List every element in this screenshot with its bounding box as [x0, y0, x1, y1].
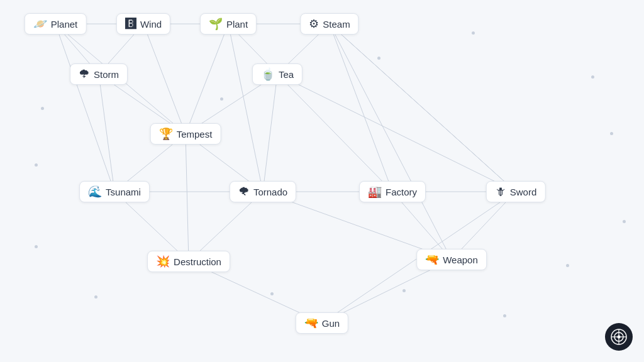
decoration-dot	[566, 264, 569, 267]
storm-label: Storm	[94, 69, 119, 80]
decoration-dot	[41, 107, 44, 110]
planet-icon: 🪐	[33, 18, 47, 30]
decoration-dot	[377, 57, 380, 60]
decoration-dot	[472, 31, 475, 35]
node-weapon[interactable]: 🔫Weapon	[416, 249, 487, 270]
svg-line-19	[186, 134, 189, 261]
steam-label: Steam	[323, 19, 350, 30]
wind-icon: 🅱	[125, 18, 136, 30]
tea-icon: 🍵	[261, 69, 275, 80]
node-gun[interactable]: 🔫Gun	[296, 312, 348, 334]
planet-label: Planet	[51, 19, 78, 30]
decoration-dot	[591, 75, 594, 79]
storm-icon: 🌩	[79, 69, 90, 80]
factory-icon: 🏭	[368, 186, 382, 197]
svg-line-13	[99, 74, 114, 192]
svg-line-32	[55, 24, 114, 192]
svg-line-15	[263, 74, 277, 192]
destruction-icon: 💥	[156, 256, 170, 267]
node-tornado[interactable]: 🌪Tornado	[230, 181, 296, 202]
wind-label: Wind	[140, 19, 162, 30]
tsunami-icon: 🌊	[88, 186, 102, 197]
decoration-dot	[35, 245, 38, 248]
tsunami-label: Tsunami	[106, 187, 141, 197]
node-tempest[interactable]: 🏆Tempest	[150, 123, 221, 145]
svg-line-31	[330, 24, 516, 192]
node-wind[interactable]: 🅱Wind	[116, 13, 170, 35]
tempest-label: Tempest	[177, 129, 213, 140]
svg-line-4	[143, 24, 186, 134]
svg-line-33	[228, 24, 263, 192]
svg-line-10	[330, 24, 392, 192]
node-plant[interactable]: 🌱Plant	[200, 13, 257, 35]
node-planet[interactable]: 🪐Planet	[25, 13, 87, 35]
node-tsunami[interactable]: 🌊Tsunami	[79, 181, 150, 202]
weapon-icon: 🔫	[425, 254, 439, 265]
tempest-icon: 🏆	[159, 128, 173, 140]
sword-icon: 🗡	[495, 186, 506, 197]
game-logo[interactable]	[605, 323, 633, 351]
gun-icon: 🔫	[304, 317, 318, 329]
decoration-dot	[610, 132, 613, 135]
gun-label: Gun	[322, 318, 340, 329]
decoration-dot	[35, 163, 38, 167]
svg-line-34	[277, 74, 516, 192]
node-tea[interactable]: 🍵Tea	[252, 63, 303, 85]
sword-label: Sword	[510, 187, 537, 197]
decoration-dot	[623, 220, 626, 223]
svg-line-11	[330, 24, 516, 192]
decoration-dot	[220, 97, 223, 101]
tornado-icon: 🌪	[238, 186, 250, 197]
steam-icon: ⚙	[309, 18, 319, 30]
svg-line-16	[277, 74, 392, 192]
decoration-dot	[270, 292, 274, 295]
node-sword[interactable]: 🗡Sword	[486, 181, 546, 202]
node-factory[interactable]: 🏭Factory	[359, 181, 426, 202]
plant-icon: 🌱	[209, 18, 223, 30]
decoration-dot	[503, 314, 506, 317]
svg-line-35	[330, 24, 452, 260]
tea-label: Tea	[279, 69, 294, 80]
decoration-dot	[94, 295, 97, 299]
node-destruction[interactable]: 💥Destruction	[147, 251, 230, 272]
node-storm[interactable]: 🌩Storm	[70, 63, 128, 85]
tornado-label: Tornado	[253, 187, 287, 197]
factory-label: Factory	[386, 187, 417, 197]
decoration-dot	[402, 289, 406, 292]
destruction-label: Destruction	[174, 256, 221, 267]
svg-line-7	[186, 24, 228, 134]
weapon-label: Weapon	[443, 255, 478, 265]
plant-label: Plant	[226, 19, 248, 30]
node-steam[interactable]: ⚙Steam	[300, 13, 358, 35]
canvas: 🪐Planet🅱Wind🌱Plant⚙Steam🌩Storm🍵Tea🏆Tempe…	[0, 0, 644, 362]
